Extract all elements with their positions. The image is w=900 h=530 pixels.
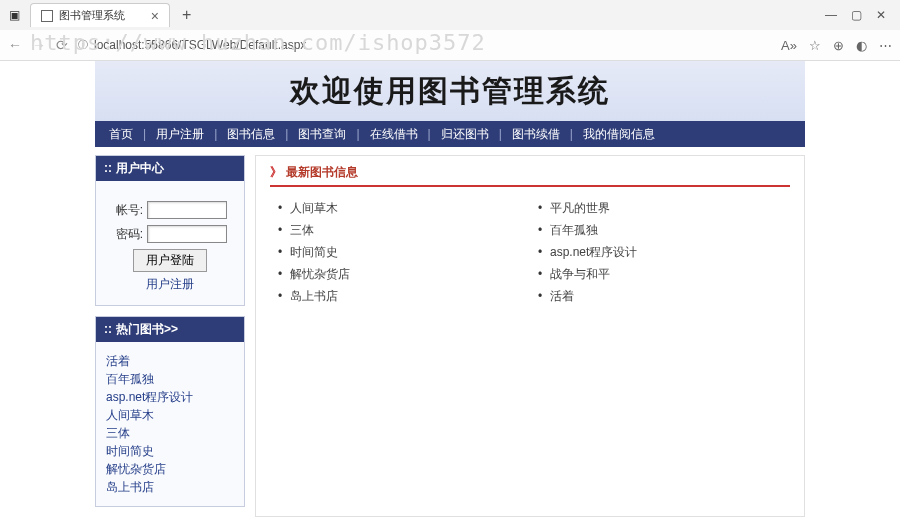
menu-icon[interactable]: ⋯ (879, 38, 892, 53)
content-area: ::用户中心 帐号: 密码: 用户登陆 用户注册 (95, 155, 805, 517)
hot-book-link[interactable]: asp.net程序设计 (106, 388, 234, 406)
sidebar: ::用户中心 帐号: 密码: 用户登陆 用户注册 (95, 155, 245, 517)
login-panel-header: ::用户中心 (96, 156, 244, 181)
book-item[interactable]: 百年孤独 (542, 219, 790, 241)
hot-book-link[interactable]: 岛上书店 (106, 478, 234, 496)
profile-icon[interactable]: ◐ (856, 38, 867, 53)
latest-col-2: 平凡的世界 百年孤独 asp.net程序设计 战争与和平 活着 (530, 197, 790, 307)
login-panel: ::用户中心 帐号: 密码: 用户登陆 用户注册 (95, 155, 245, 306)
browser-chrome: ▣ 图书管理系统 × + — ▢ ✕ ← → ⟳ ⓘ localhost:558… (0, 0, 900, 61)
minimize-button[interactable]: — (825, 8, 837, 22)
tab-title: 图书管理系统 (59, 8, 125, 23)
nav-renew[interactable]: 图书续借 (508, 126, 564, 143)
maximize-button[interactable]: ▢ (851, 8, 862, 22)
url-field[interactable]: ⓘ localhost:55866/TSGLWeb/Default.aspx (78, 38, 771, 52)
nav-return[interactable]: 归还图书 (437, 126, 493, 143)
forward-button[interactable]: → (32, 37, 46, 53)
hot-panel-title: 热门图书>> (116, 322, 178, 336)
page-icon (41, 10, 53, 22)
nav-home[interactable]: 首页 (105, 126, 137, 143)
login-button[interactable]: 用户登陆 (133, 249, 207, 272)
password-input[interactable] (147, 225, 227, 243)
latest-books-header: 》最新图书信息 (270, 164, 790, 187)
banner: 欢迎使用图书管理系统 (95, 61, 805, 121)
back-button[interactable]: ← (8, 37, 22, 53)
hot-book-link[interactable]: 活着 (106, 352, 234, 370)
tab-bar: ▣ 图书管理系统 × + — ▢ ✕ (0, 0, 900, 30)
nav-book-search[interactable]: 图书查询 (294, 126, 350, 143)
nav-borrow[interactable]: 在线借书 (366, 126, 422, 143)
book-item[interactable]: 平凡的世界 (542, 197, 790, 219)
book-item[interactable]: 时间简史 (282, 241, 530, 263)
read-aloud-icon[interactable]: A» (781, 38, 797, 53)
book-item[interactable]: 人间草木 (282, 197, 530, 219)
book-item[interactable]: asp.net程序设计 (542, 241, 790, 263)
close-tab-icon[interactable]: × (151, 11, 159, 21)
nav-book-info[interactable]: 图书信息 (223, 126, 279, 143)
arrow-icon: 》 (270, 165, 282, 179)
banner-title: 欢迎使用图书管理系统 (290, 71, 610, 112)
address-bar: ← → ⟳ ⓘ localhost:55866/TSGLWeb/Default.… (0, 30, 900, 60)
hot-books-panel: ::热门图书>> 活着 百年孤独 asp.net程序设计 人间草木 三体 时间简… (95, 316, 245, 507)
latest-col-1: 人间草木 三体 时间简史 解忧杂货店 岛上书店 (270, 197, 530, 307)
browser-tab[interactable]: 图书管理系统 × (30, 3, 170, 27)
refresh-button[interactable]: ⟳ (56, 37, 68, 53)
window-controls: — ▢ ✕ (825, 8, 896, 22)
hot-book-link[interactable]: 解忧杂货店 (106, 460, 234, 478)
hot-books-list: 活着 百年孤独 asp.net程序设计 人间草木 三体 时间简史 解忧杂货店 岛… (96, 342, 244, 506)
book-item[interactable]: 岛上书店 (282, 285, 530, 307)
nav-my-borrow[interactable]: 我的借阅信息 (579, 126, 659, 143)
close-window-button[interactable]: ✕ (876, 8, 886, 22)
latest-books-title: 最新图书信息 (286, 165, 358, 179)
info-icon: ⓘ (78, 38, 88, 52)
main-nav: 首页| 用户注册| 图书信息| 图书查询| 在线借书| 归还图书| 图书续借| … (95, 121, 805, 147)
hot-panel-header: ::热门图书>> (96, 317, 244, 342)
account-input[interactable] (147, 201, 227, 219)
nav-register[interactable]: 用户注册 (152, 126, 208, 143)
hot-book-link[interactable]: 人间草木 (106, 406, 234, 424)
book-item[interactable]: 解忧杂货店 (282, 263, 530, 285)
favorite-icon[interactable]: ☆ (809, 38, 821, 53)
book-item[interactable]: 三体 (282, 219, 530, 241)
login-panel-title: 用户中心 (116, 161, 164, 175)
latest-books-grid: 人间草木 三体 时间简史 解忧杂货店 岛上书店 平凡的世界 百年孤独 asp.n… (270, 197, 790, 307)
new-tab-button[interactable]: + (176, 6, 197, 24)
hot-book-link[interactable]: 时间简史 (106, 442, 234, 460)
url-text: localhost:55866/TSGLWeb/Default.aspx (94, 38, 306, 52)
account-label: 帐号: (113, 202, 143, 219)
app-icon: ▣ (4, 5, 24, 25)
book-item[interactable]: 活着 (542, 285, 790, 307)
hot-book-link[interactable]: 三体 (106, 424, 234, 442)
register-link[interactable]: 用户注册 (102, 276, 238, 293)
main-panel: 》最新图书信息 人间草木 三体 时间简史 解忧杂货店 岛上书店 平凡的世界 百年… (255, 155, 805, 517)
password-label: 密码: (113, 226, 143, 243)
collections-icon[interactable]: ⊕ (833, 38, 844, 53)
book-item[interactable]: 战争与和平 (542, 263, 790, 285)
page-container: 欢迎使用图书管理系统 首页| 用户注册| 图书信息| 图书查询| 在线借书| 归… (95, 61, 805, 530)
hot-book-link[interactable]: 百年孤独 (106, 370, 234, 388)
